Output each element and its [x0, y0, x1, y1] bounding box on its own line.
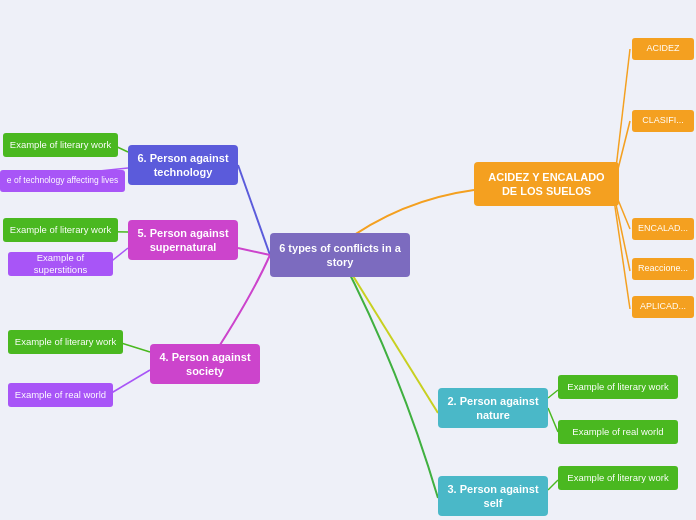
svg-line-1: [238, 248, 270, 255]
svg-line-0: [238, 165, 270, 255]
ex-lit-5: Example of literary work: [3, 218, 118, 242]
ex-lit-2: Example of literary work: [558, 375, 678, 399]
clasifi-tag: CLASIFI...: [632, 110, 694, 132]
node3: 3. Person against self: [438, 476, 548, 516]
center-node: 6 types of conflicts in a story: [270, 233, 410, 277]
node6: 6. Person against technology: [128, 145, 238, 185]
ex-sup: Example of superstitions: [8, 252, 113, 276]
ex-real-2: Example of real world: [558, 420, 678, 444]
svg-line-12: [548, 390, 558, 398]
ex-lit-3: Example of literary work: [558, 466, 678, 490]
svg-line-13: [548, 408, 558, 432]
encalad-tag: ENCALAD...: [632, 218, 694, 240]
acidez-node: ACIDEZ Y ENCALADO DE LOS SUELOS: [474, 162, 619, 206]
ex-lit-4: Example of literary work: [8, 330, 123, 354]
ex-tech: e of technology affecting lives: [0, 170, 125, 192]
svg-line-19: [614, 200, 630, 309]
svg-line-10: [108, 370, 150, 395]
aplicad-tag: APLICAD...: [632, 296, 694, 318]
reaccio-tag: Reaccione...: [632, 258, 694, 280]
node4: 4. Person against society: [150, 344, 260, 384]
node2: 2. Person against nature: [438, 388, 548, 428]
ex-lit-6: Example of literary work: [3, 133, 118, 157]
acidez-tag: ACIDEZ: [632, 38, 694, 60]
ex-real-4: Example of real world: [8, 383, 113, 407]
svg-line-14: [548, 480, 558, 490]
svg-line-18: [614, 195, 630, 271]
node5: 5. Person against supernatural: [128, 220, 238, 260]
